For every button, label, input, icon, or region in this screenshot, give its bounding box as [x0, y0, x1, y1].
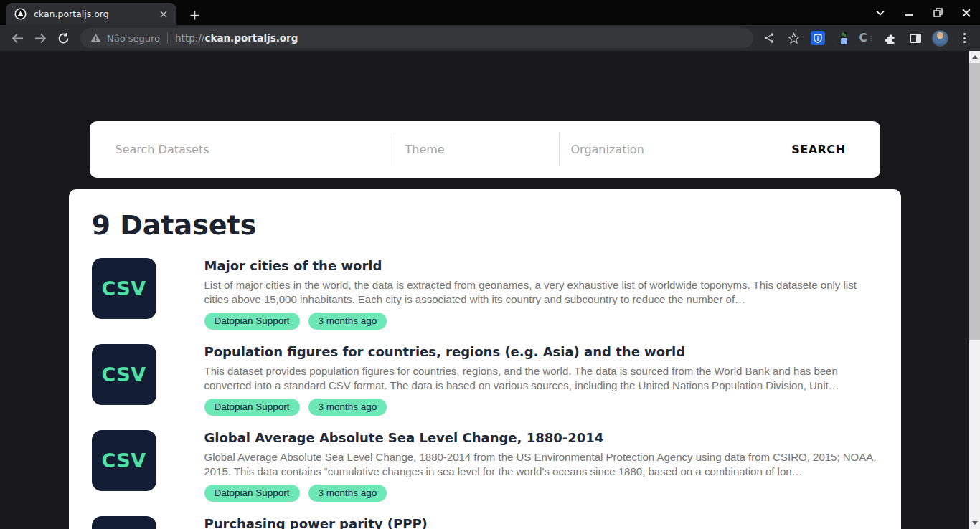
dataset-badge: Datopian Support: [204, 313, 300, 330]
forward-button[interactable]: [30, 28, 50, 48]
page-scrollbar[interactable]: [969, 51, 980, 529]
scrollbar-up-arrow[interactable]: [969, 51, 980, 63]
browser-menu-kebab-icon[interactable]: [954, 28, 974, 48]
csv-format-icon: CSV: [92, 516, 156, 529]
dataset-item[interactable]: CSV Purchasing power parity (PPP): [92, 516, 878, 529]
dataset-title-link[interactable]: Global Average Absolute Sea Level Change…: [204, 430, 878, 446]
tab-title: ckan.portaljs.org: [34, 9, 157, 19]
restore-button[interactable]: [928, 4, 947, 22]
scrollbar-down-arrow[interactable]: [969, 517, 980, 529]
results-card: 9 Datasets CSV Major cities of the world…: [69, 189, 901, 529]
browser-tab[interactable]: ckan.portaljs.org: [6, 3, 176, 25]
site-favicon-icon: [14, 8, 27, 20]
dataset-format-label: CSV: [101, 277, 146, 300]
close-window-button[interactable]: [957, 4, 976, 22]
dataset-info: Population figures for countries, region…: [204, 344, 878, 416]
side-panel-icon[interactable]: [905, 28, 925, 48]
dataset-format-label: CSV: [101, 449, 146, 472]
dataset-badge: 3 months ago: [308, 313, 387, 330]
colorzilla-extension-icon[interactable]: C⋮: [857, 28, 877, 48]
organization-input[interactable]: [571, 121, 700, 178]
window-menu-chevron-icon[interactable]: [871, 4, 890, 22]
share-icon[interactable]: [759, 28, 779, 48]
dataset-title-link[interactable]: Major cities of the world: [204, 258, 878, 274]
dataset-badge: 3 months ago: [308, 485, 387, 502]
dataset-description: Global Average Absolute Sea Level Change…: [204, 450, 878, 479]
dataset-badge: 3 months ago: [308, 399, 387, 416]
security-label[interactable]: Não seguro: [107, 33, 160, 44]
csv-format-icon: CSV: [92, 430, 156, 491]
omnibox-divider: [167, 32, 168, 44]
csv-format-icon: CSV: [92, 344, 156, 405]
minimize-button[interactable]: [900, 4, 918, 22]
browser-toolbar: Não seguro http://ckan.portaljs.org: [0, 25, 980, 51]
dataset-item[interactable]: CSV Population figures for countries, re…: [92, 344, 878, 416]
extensions-puzzle-icon[interactable]: [881, 28, 901, 48]
plus-icon: [190, 11, 199, 20]
dataset-badge: Datopian Support: [204, 485, 300, 502]
dataset-search-bar: SEARCH: [90, 121, 880, 178]
new-tab-button[interactable]: [185, 6, 204, 24]
field-divider: [559, 133, 560, 166]
field-divider: [392, 133, 392, 166]
search-datasets-input[interactable]: [116, 121, 392, 178]
csv-format-icon: CSV: [92, 258, 156, 319]
dataset-item[interactable]: CSV Major cities of the world List of ma…: [92, 258, 878, 330]
dataset-info: Major cities of the world List of major …: [204, 258, 878, 330]
profile-avatar[interactable]: [930, 28, 950, 48]
dataset-info: Purchasing power parity (PPP): [204, 516, 878, 529]
dataset-badges: Datopian Support3 months ago: [204, 313, 878, 330]
dataset-description: List of major cities in the world, the d…: [204, 278, 878, 307]
results-count-heading: 9 Datasets: [92, 209, 878, 241]
scrollbar-thumb[interactable]: [969, 63, 980, 340]
theme-input[interactable]: [405, 121, 559, 178]
dataset-description: This dataset provides population figures…: [204, 364, 878, 393]
dataset-list: CSV Major cities of the world List of ma…: [92, 258, 878, 529]
dataset-badges: Datopian Support3 months ago: [204, 485, 878, 502]
search-button[interactable]: SEARCH: [791, 121, 845, 178]
tab-close-icon[interactable]: [157, 8, 169, 20]
toolbar-icons: C⋮: [759, 28, 974, 48]
url-domain: ckan.portaljs.org: [204, 32, 298, 44]
bookmark-star-icon[interactable]: [783, 28, 804, 48]
dataset-badges: Datopian Support3 months ago: [204, 399, 878, 416]
bitwarden-extension-icon[interactable]: [808, 28, 828, 48]
eyedropper-extension-icon[interactable]: [832, 28, 852, 48]
reload-button[interactable]: [53, 28, 73, 48]
not-secure-warning-icon[interactable]: [90, 32, 101, 45]
dataset-format-label: CSV: [101, 363, 146, 386]
url-scheme: http://: [175, 32, 204, 44]
window-controls: [871, 0, 976, 25]
address-bar[interactable]: Não seguro http://ckan.portaljs.org: [80, 28, 753, 48]
browser-frame: ckan.portaljs.org: [0, 0, 980, 25]
dataset-title-link[interactable]: Population figures for countries, region…: [204, 344, 878, 360]
page-viewport: SEARCH 9 Datasets CSV Major cities of th…: [0, 51, 980, 529]
dataset-info: Global Average Absolute Sea Level Change…: [204, 430, 878, 502]
dataset-title-link[interactable]: Purchasing power parity (PPP): [204, 516, 878, 529]
dataset-badge: Datopian Support: [204, 399, 300, 416]
back-button[interactable]: [7, 28, 27, 48]
dataset-item[interactable]: CSV Global Average Absolute Sea Level Ch…: [92, 430, 878, 502]
